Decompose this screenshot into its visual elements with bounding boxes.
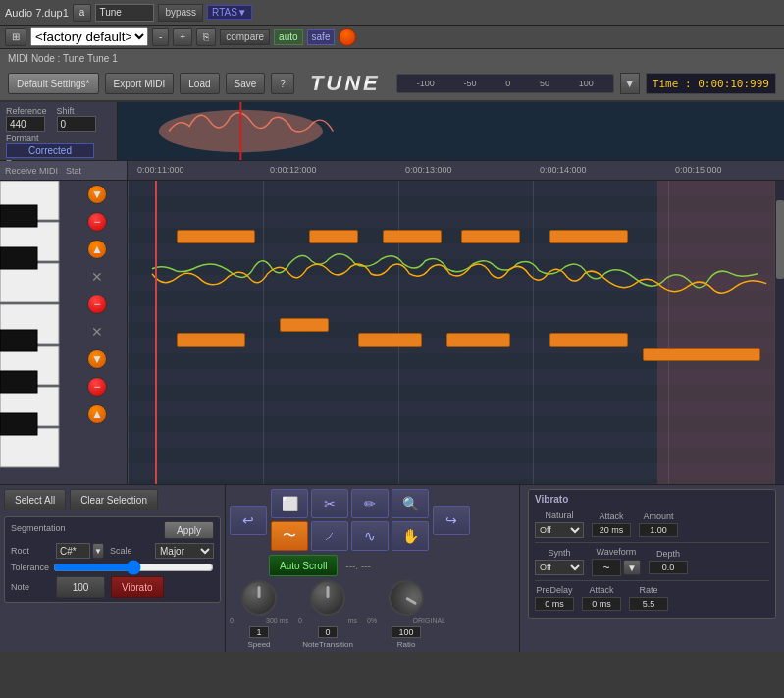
shift-label: Shift	[57, 106, 96, 116]
redo-btn[interactable]: ↪	[433, 506, 470, 535]
amount-col: Amount 1.00	[639, 511, 678, 537]
preset-select[interactable]: <factory default>	[30, 27, 148, 46]
tune-input[interactable]	[95, 4, 154, 22]
io-btn[interactable]: ⊞	[5, 28, 26, 46]
ctrl-up-btn1[interactable]: ▲	[87, 240, 107, 259]
ratio-min: 0%	[367, 617, 377, 624]
reference-value: 440	[6, 116, 45, 132]
safe-btn[interactable]: safe	[307, 29, 336, 45]
top-bar: Audio 7.dup1 a bypass RTAS▼	[0, 0, 784, 26]
load-btn[interactable]: Load	[180, 73, 219, 94]
ctrl-up2-btn[interactable]: ▲	[87, 404, 107, 424]
control-left: Reference 440 Shift 0 Formant Corrected …	[0, 102, 118, 160]
clear-selection-btn[interactable]: Clear Selection	[70, 489, 158, 510]
ctrl-down2-btn[interactable]: ▼	[87, 349, 107, 369]
help-btn[interactable]: ?	[271, 73, 294, 94]
ctrl-down-btn[interactable]: ▼	[87, 185, 107, 204]
auto-scroll-btn[interactable]: Auto Scroll	[269, 555, 338, 576]
natural-select[interactable]: Off	[535, 522, 584, 538]
ratio-knob-container: 0% ORIGINAL 100 Ratio	[367, 580, 445, 649]
time-val-display: ---. ---	[345, 561, 371, 571]
corrected-label: Corrected	[6, 143, 94, 158]
note-value-btn[interactable]: 100	[56, 576, 105, 598]
waveform-select-btn[interactable]: ▼	[623, 560, 641, 575]
minus-btn[interactable]: -	[152, 28, 169, 46]
attack2-label: Attack	[589, 585, 613, 595]
speed-min: 0	[230, 617, 234, 624]
root-label: Root	[11, 546, 50, 556]
root-down-btn[interactable]: ▼	[92, 543, 104, 559]
scissors-tool-btn[interactable]: ✂	[311, 489, 348, 518]
ctrl-cross1[interactable]: ✕	[87, 267, 107, 287]
dropdown-arrow[interactable]: ▼	[620, 73, 640, 94]
vibrato-title: Vibrato	[535, 494, 769, 505]
ctrl-cross2[interactable]: ✕	[87, 322, 107, 342]
control-panel: Reference 440 Shift 0 Formant Corrected …	[0, 102, 784, 161]
tolerance-label: Tolerance	[11, 563, 49, 572]
pen-tool-btn[interactable]: ✏	[351, 489, 389, 518]
notes-area: 0:00:11:000 0:00:12:000 0:00:13:000 0:00…	[128, 161, 784, 484]
predelay-col: PreDelay 0 ms	[535, 585, 574, 611]
attack-col: Attack 20 ms	[592, 511, 631, 537]
apply-btn[interactable]: Apply	[164, 521, 214, 539]
piano-left: Receive MIDI Stat	[0, 161, 128, 484]
waveform-value: ~	[592, 559, 621, 576]
nt-min: 0	[298, 617, 302, 624]
segmentation-title: Segmentation	[11, 523, 66, 533]
predelay-value: 0 ms	[535, 597, 574, 611]
rate-col: Rate 5.5	[629, 585, 668, 611]
root-input[interactable]	[56, 543, 90, 559]
synth-select[interactable]: Off	[535, 560, 584, 575]
undo-btn[interactable]: ↩	[230, 506, 267, 535]
pitch-bar: -100 -50 0 50 100	[396, 74, 614, 93]
attack-label: Attack	[599, 511, 623, 521]
auto-btn[interactable]: auto	[274, 29, 302, 45]
separator-1	[535, 542, 769, 543]
vertical-scrollbar[interactable]	[774, 181, 784, 484]
plus-btn[interactable]: +	[173, 28, 192, 46]
scrollbar-thumb[interactable]	[776, 200, 784, 279]
line-tool-btn[interactable]: ⟋	[311, 521, 348, 551]
piano-header: Receive MIDI Stat	[0, 161, 127, 181]
pitch-marker-2: -50	[463, 79, 476, 88]
separator-2	[535, 580, 769, 581]
ctrl-minus-btn[interactable]: −	[87, 212, 107, 232]
select-tool-btn[interactable]: ⬜	[271, 489, 308, 518]
ratio-orig: ORIGINAL	[413, 617, 445, 624]
copy-btn[interactable]: ⎘	[196, 28, 216, 46]
note-transition-knob[interactable]	[310, 580, 345, 616]
compare-btn[interactable]: compare	[220, 29, 270, 45]
waveform-label: Waveform	[597, 547, 637, 557]
vibrato-row-1: Natural Off Attack 20 ms Amount 1.00	[535, 510, 769, 538]
scale-label: Scale	[110, 546, 149, 556]
magnify-tool-btn[interactable]: 🔍	[392, 489, 429, 518]
select-all-btn[interactable]: Select All	[4, 489, 66, 510]
ctrl-minus2-btn[interactable]: −	[87, 295, 107, 314]
waveform-col: Waveform ~ ▼	[592, 547, 641, 576]
bypass-btn[interactable]: bypass	[158, 4, 203, 22]
label-a-btn[interactable]: a	[73, 4, 92, 22]
select-buttons: Select All Clear Selection	[4, 489, 221, 510]
time-label-2: 0:00:12:000	[270, 165, 317, 175]
vibrato-btn[interactable]: Vibrato	[111, 576, 164, 598]
bottom-right: Vibrato Natural Off Attack 20 ms Amount …	[520, 485, 784, 652]
depth-label: Depth	[656, 549, 680, 559]
default-settings-btn[interactable]: Default Settings*	[8, 73, 99, 94]
scale-select[interactable]: Major	[155, 543, 214, 559]
bottom-middle: ↩ ⬜ ✂ ✏ 🔍 〜 ⟋ ∿ ✋ ↪ Auto Scroll ---. ---	[226, 485, 520, 652]
export-midi-btn[interactable]: Export MIDI	[105, 73, 175, 94]
tolerance-slider[interactable]	[53, 564, 214, 571]
time-label-4: 0:00:14:000	[540, 165, 587, 175]
speed-max: 300 ms	[266, 617, 288, 624]
knob-section: 0 300 ms 1 Speed 0 ms 0 NoteTransition 0…	[230, 580, 515, 649]
save-btn[interactable]: Save	[226, 73, 266, 94]
ratio-knob[interactable]	[382, 573, 430, 621]
curve-tool-btn[interactable]: 〜	[271, 521, 308, 551]
track-title: Audio 7.dup1	[5, 7, 69, 19]
hand-tool-btn[interactable]: ✋	[392, 521, 429, 551]
wave-tool-btn[interactable]: ∿	[351, 521, 389, 551]
ctrl-minus3-btn[interactable]: −	[87, 377, 107, 397]
power-btn[interactable]	[339, 28, 356, 46]
main-toolbar: Default Settings* Export MIDI Load Save …	[0, 67, 784, 102]
speed-knob[interactable]	[241, 580, 277, 616]
